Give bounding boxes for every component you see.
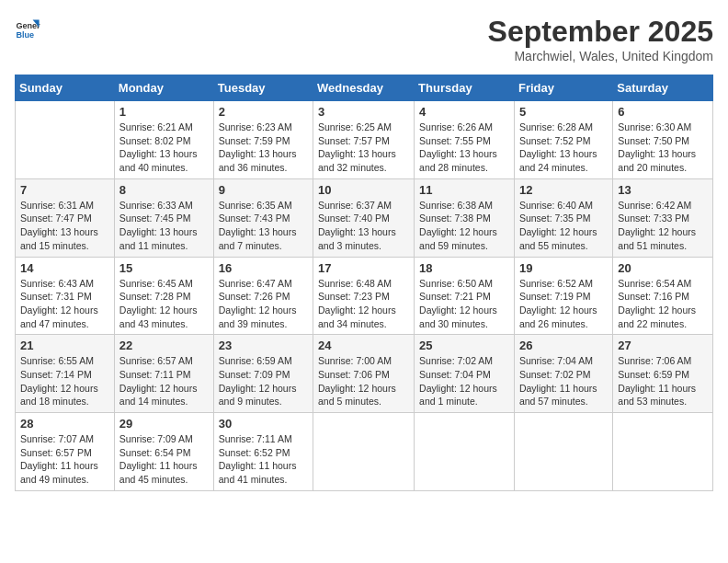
- day-number: 17: [318, 261, 409, 275]
- day-cell: 10Sunrise: 6:37 AM Sunset: 7:40 PM Dayli…: [313, 178, 415, 257]
- day-info: Sunrise: 7:00 AM Sunset: 7:06 PM Dayligh…: [318, 354, 409, 408]
- day-cell: [613, 413, 713, 491]
- day-info: Sunrise: 7:07 AM Sunset: 6:57 PM Dayligh…: [20, 432, 109, 487]
- day-info: Sunrise: 6:25 AM Sunset: 7:57 PM Dayligh…: [318, 121, 409, 175]
- day-number: 14: [20, 261, 109, 275]
- day-cell: 6Sunrise: 6:30 AM Sunset: 7:50 PM Daylig…: [613, 101, 713, 179]
- week-row-3: 14Sunrise: 6:43 AM Sunset: 7:31 PM Dayli…: [16, 257, 713, 335]
- day-number: 22: [119, 339, 209, 352]
- day-cell: 14Sunrise: 6:43 AM Sunset: 7:31 PM Dayli…: [16, 257, 115, 335]
- week-row-1: 1Sunrise: 6:21 AM Sunset: 8:02 PM Daylig…: [16, 101, 713, 179]
- day-cell: [415, 413, 515, 491]
- page-header: General Blue September 2025 Marchwiel, W…: [15, 15, 713, 63]
- day-info: Sunrise: 7:06 AM Sunset: 6:59 PM Dayligh…: [618, 354, 708, 408]
- calendar-table: SundayMondayTuesdayWednesdayThursdayFrid…: [15, 75, 713, 491]
- day-number: 12: [519, 183, 608, 197]
- day-cell: 17Sunrise: 6:48 AM Sunset: 7:23 PM Dayli…: [313, 257, 415, 335]
- day-info: Sunrise: 6:42 AM Sunset: 7:33 PM Dayligh…: [618, 199, 708, 253]
- day-cell: 7Sunrise: 6:31 AM Sunset: 7:47 PM Daylig…: [16, 178, 115, 257]
- day-info: Sunrise: 7:04 AM Sunset: 7:02 PM Dayligh…: [519, 354, 608, 408]
- day-info: Sunrise: 6:26 AM Sunset: 7:55 PM Dayligh…: [419, 121, 509, 175]
- day-number: 8: [119, 183, 209, 197]
- day-cell: 21Sunrise: 6:55 AM Sunset: 7:14 PM Dayli…: [16, 335, 115, 413]
- day-number: 1: [119, 105, 209, 119]
- header-row: SundayMondayTuesdayWednesdayThursdayFrid…: [16, 75, 713, 101]
- day-info: Sunrise: 6:57 AM Sunset: 7:11 PM Dayligh…: [119, 354, 209, 408]
- day-info: Sunrise: 6:28 AM Sunset: 7:52 PM Dayligh…: [519, 121, 608, 175]
- day-info: Sunrise: 6:50 AM Sunset: 7:21 PM Dayligh…: [419, 277, 509, 331]
- day-cell: 20Sunrise: 6:54 AM Sunset: 7:16 PM Dayli…: [613, 257, 713, 335]
- day-number: 27: [618, 339, 708, 352]
- day-cell: 3Sunrise: 6:25 AM Sunset: 7:57 PM Daylig…: [313, 101, 415, 179]
- day-cell: 29Sunrise: 7:09 AM Sunset: 6:54 PM Dayli…: [114, 413, 213, 491]
- day-number: 21: [20, 339, 109, 352]
- day-cell: 5Sunrise: 6:28 AM Sunset: 7:52 PM Daylig…: [514, 101, 612, 179]
- header-cell-saturday: Saturday: [613, 75, 713, 101]
- day-info: Sunrise: 6:59 AM Sunset: 7:09 PM Dayligh…: [219, 354, 308, 408]
- day-cell: 1Sunrise: 6:21 AM Sunset: 8:02 PM Daylig…: [114, 101, 213, 179]
- day-cell: [514, 413, 612, 491]
- header-cell-sunday: Sunday: [16, 75, 115, 101]
- day-cell: 30Sunrise: 7:11 AM Sunset: 6:52 PM Dayli…: [213, 413, 313, 491]
- calendar-title: September 2025: [488, 15, 713, 49]
- header-cell-friday: Friday: [514, 75, 612, 101]
- day-number: 5: [519, 105, 608, 119]
- day-info: Sunrise: 6:55 AM Sunset: 7:14 PM Dayligh…: [20, 354, 109, 408]
- day-cell: 15Sunrise: 6:45 AM Sunset: 7:28 PM Dayli…: [114, 257, 213, 335]
- day-number: 3: [318, 105, 409, 119]
- calendar-subtitle: Marchwiel, Wales, United Kingdom: [488, 49, 713, 63]
- logo: General Blue: [15, 15, 40, 40]
- day-cell: 23Sunrise: 6:59 AM Sunset: 7:09 PM Dayli…: [213, 335, 313, 413]
- day-number: 23: [219, 339, 308, 352]
- day-cell: 12Sunrise: 6:40 AM Sunset: 7:35 PM Dayli…: [514, 178, 612, 257]
- day-info: Sunrise: 6:33 AM Sunset: 7:45 PM Dayligh…: [119, 199, 209, 253]
- day-info: Sunrise: 6:43 AM Sunset: 7:31 PM Dayligh…: [20, 277, 109, 331]
- day-number: 30: [219, 417, 308, 431]
- day-number: 10: [318, 183, 409, 197]
- day-number: 2: [219, 105, 308, 119]
- day-cell: 16Sunrise: 6:47 AM Sunset: 7:26 PM Dayli…: [213, 257, 313, 335]
- day-cell: 19Sunrise: 6:52 AM Sunset: 7:19 PM Dayli…: [514, 257, 612, 335]
- day-number: 13: [618, 183, 708, 197]
- day-cell: 18Sunrise: 6:50 AM Sunset: 7:21 PM Dayli…: [415, 257, 515, 335]
- header-cell-thursday: Thursday: [415, 75, 515, 101]
- day-number: 18: [419, 261, 509, 275]
- day-number: 4: [419, 105, 509, 119]
- day-cell: 11Sunrise: 6:38 AM Sunset: 7:38 PM Dayli…: [415, 178, 515, 257]
- day-cell: 9Sunrise: 6:35 AM Sunset: 7:43 PM Daylig…: [213, 178, 313, 257]
- day-cell: 13Sunrise: 6:42 AM Sunset: 7:33 PM Dayli…: [613, 178, 713, 257]
- day-number: 20: [618, 261, 708, 275]
- day-cell: 4Sunrise: 6:26 AM Sunset: 7:55 PM Daylig…: [415, 101, 515, 179]
- day-info: Sunrise: 6:52 AM Sunset: 7:19 PM Dayligh…: [519, 277, 608, 331]
- day-number: 29: [119, 417, 209, 431]
- day-number: 28: [20, 417, 109, 431]
- logo-icon: General Blue: [15, 15, 40, 40]
- day-number: 16: [219, 261, 308, 275]
- day-info: Sunrise: 6:23 AM Sunset: 7:59 PM Dayligh…: [219, 121, 308, 175]
- title-block: September 2025 Marchwiel, Wales, United …: [488, 15, 713, 63]
- week-row-2: 7Sunrise: 6:31 AM Sunset: 7:47 PM Daylig…: [16, 178, 713, 257]
- day-number: 24: [318, 339, 409, 352]
- day-info: Sunrise: 6:21 AM Sunset: 8:02 PM Dayligh…: [119, 121, 209, 175]
- day-number: 15: [119, 261, 209, 275]
- day-number: 26: [519, 339, 608, 352]
- day-cell: 8Sunrise: 6:33 AM Sunset: 7:45 PM Daylig…: [114, 178, 213, 257]
- day-info: Sunrise: 6:30 AM Sunset: 7:50 PM Dayligh…: [618, 121, 708, 175]
- day-number: 11: [419, 183, 509, 197]
- day-number: 25: [419, 339, 509, 352]
- day-cell: 25Sunrise: 7:02 AM Sunset: 7:04 PM Dayli…: [415, 335, 515, 413]
- day-number: 7: [20, 183, 109, 197]
- header-cell-tuesday: Tuesday: [213, 75, 313, 101]
- day-info: Sunrise: 6:37 AM Sunset: 7:40 PM Dayligh…: [318, 199, 409, 253]
- day-cell: 26Sunrise: 7:04 AM Sunset: 7:02 PM Dayli…: [514, 335, 612, 413]
- day-cell: 27Sunrise: 7:06 AM Sunset: 6:59 PM Dayli…: [613, 335, 713, 413]
- day-cell: [16, 101, 115, 179]
- day-info: Sunrise: 7:02 AM Sunset: 7:04 PM Dayligh…: [419, 354, 509, 408]
- day-info: Sunrise: 6:48 AM Sunset: 7:23 PM Dayligh…: [318, 277, 409, 331]
- svg-text:Blue: Blue: [16, 30, 34, 40]
- day-info: Sunrise: 7:09 AM Sunset: 6:54 PM Dayligh…: [119, 432, 209, 487]
- day-info: Sunrise: 6:45 AM Sunset: 7:28 PM Dayligh…: [119, 277, 209, 331]
- header-cell-monday: Monday: [114, 75, 213, 101]
- day-cell: 24Sunrise: 7:00 AM Sunset: 7:06 PM Dayli…: [313, 335, 415, 413]
- day-cell: [313, 413, 415, 491]
